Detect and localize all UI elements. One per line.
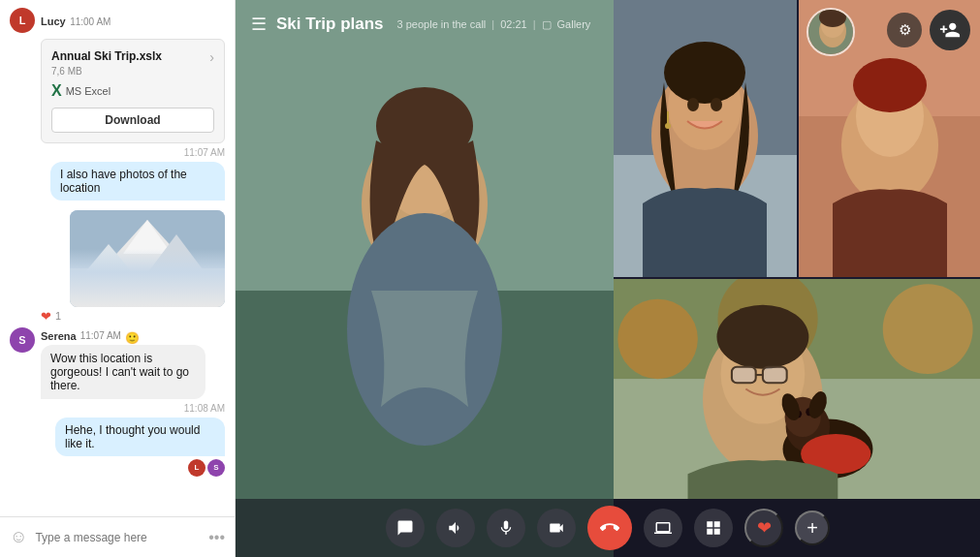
svg-point-28 bbox=[853, 58, 927, 112]
reaction-count: 1 bbox=[55, 310, 61, 322]
smiley-reaction-icon[interactable]: 🙂 bbox=[125, 331, 140, 345]
main-video-feed bbox=[236, 0, 614, 557]
bubble-hehe: Hehe, I thought you would like it. bbox=[55, 418, 225, 456]
svg-rect-43 bbox=[763, 367, 787, 384]
react-heart-button[interactable]: ❤ bbox=[744, 509, 783, 547]
call-duration: 02:21 bbox=[500, 18, 527, 30]
microphone-icon bbox=[497, 519, 515, 537]
timestamp-1107: 11:07 AM bbox=[10, 147, 225, 158]
more-options-button[interactable]: ••• bbox=[208, 529, 225, 546]
sender-name-lucy: Lucy bbox=[41, 15, 66, 27]
microphone-button[interactable] bbox=[487, 509, 525, 547]
receipt-avatar-1: L bbox=[188, 459, 205, 477]
mountain-svg bbox=[70, 210, 225, 307]
bottom-video-person bbox=[614, 279, 980, 499]
view-mode: Gallery bbox=[557, 18, 591, 30]
svg-point-18 bbox=[664, 42, 745, 104]
main-person-svg bbox=[236, 0, 614, 557]
chat-icon bbox=[396, 519, 414, 537]
video-call-panel: ☰ Ski Trip plans 3 people in the call | … bbox=[236, 0, 980, 557]
emoji-button[interactable]: ☺ bbox=[10, 527, 27, 547]
excel-icon: X bbox=[51, 82, 62, 100]
end-call-icon bbox=[600, 518, 619, 538]
file-name: Annual Ski Trip.xslx bbox=[51, 49, 209, 65]
end-call-button[interactable] bbox=[587, 506, 632, 550]
people-count: 3 people in the call bbox=[397, 18, 487, 30]
chat-messages: L Lucy 11:00 AM Annual Ski Trip.xslx 7,6… bbox=[0, 0, 235, 516]
message-time-lucy: 11:00 AM bbox=[70, 16, 111, 27]
video-controls-top: ⚙ bbox=[887, 10, 970, 50]
sender-name-serena: Serena bbox=[41, 330, 77, 342]
bubble-row-hehe: Hehe, I thought you would like it. L S bbox=[10, 418, 225, 477]
call-title: Ski Trip plans bbox=[276, 15, 384, 34]
camera-icon bbox=[548, 519, 565, 537]
settings-button[interactable]: ⚙ bbox=[887, 13, 922, 47]
svg-point-22 bbox=[665, 123, 671, 129]
file-type-row: X MS Excel bbox=[51, 82, 214, 100]
file-type-label: MS Excel bbox=[66, 85, 111, 97]
add-person-icon bbox=[939, 19, 961, 41]
camera-button[interactable] bbox=[537, 509, 576, 547]
bubble-sent-1: I also have photos of the location bbox=[50, 162, 225, 201]
download-button[interactable]: Download bbox=[51, 108, 214, 133]
avatar-lucy: L bbox=[10, 8, 35, 33]
call-meta: 3 people in the call | 02:21 | ▢ Gallery bbox=[397, 18, 591, 31]
mountain-image-row bbox=[10, 206, 225, 307]
serena-message-content: Serena 11:07 AM 🙂 Wow this location is g… bbox=[41, 327, 205, 399]
svg-marker-5 bbox=[84, 244, 133, 273]
file-size: 7,6 MB bbox=[51, 66, 209, 77]
hamburger-menu-icon[interactable]: ☰ bbox=[251, 14, 267, 35]
file-card: Annual Ski Trip.xslx 7,6 MB › X MS Excel… bbox=[41, 39, 225, 143]
svg-rect-1 bbox=[70, 268, 225, 307]
svg-point-36 bbox=[617, 299, 698, 380]
video-topbar: ☰ Ski Trip plans 3 people in the call | … bbox=[236, 0, 980, 48]
svg-point-19 bbox=[687, 98, 699, 111]
heart-reaction-icon[interactable]: ❤ bbox=[41, 309, 51, 324]
svg-rect-42 bbox=[732, 367, 756, 384]
video-bottombar: ❤ + bbox=[236, 499, 980, 557]
chat-input-area: ☺ ••• bbox=[0, 516, 235, 557]
message-header-lucy: L Lucy 11:00 AM bbox=[10, 8, 225, 33]
message-serena: S Serena 11:07 AM 🙂 Wow this location is… bbox=[10, 327, 225, 399]
gallery-icon bbox=[705, 519, 722, 537]
reaction-row: ❤ 1 bbox=[41, 309, 225, 324]
screen-share-button[interactable] bbox=[644, 509, 682, 547]
add-person-button[interactable] bbox=[930, 10, 970, 50]
more-controls-button[interactable]: + bbox=[795, 511, 830, 545]
bottom-person-svg bbox=[614, 279, 980, 499]
chat-panel: L Lucy 11:00 AM Annual Ski Trip.xslx 7,6… bbox=[0, 0, 236, 557]
volume-icon bbox=[447, 519, 464, 537]
message-time-serena: 11:07 AM bbox=[80, 330, 121, 341]
file-card-header: Annual Ski Trip.xslx 7,6 MB › bbox=[51, 49, 214, 77]
avatar-serena: S bbox=[10, 327, 35, 353]
svg-point-20 bbox=[711, 98, 722, 111]
mountain-image bbox=[70, 210, 225, 307]
svg-point-41 bbox=[716, 305, 808, 369]
read-receipts: L S bbox=[55, 459, 225, 477]
svg-point-37 bbox=[883, 284, 973, 374]
main-video-person bbox=[236, 0, 614, 557]
forward-icon[interactable]: › bbox=[209, 49, 214, 65]
chat-toggle-button[interactable] bbox=[386, 509, 425, 547]
receipt-avatar-2: S bbox=[207, 459, 225, 477]
file-info: Annual Ski Trip.xslx 7,6 MB bbox=[51, 49, 209, 77]
timestamp-1108: 11:08 AM bbox=[10, 403, 225, 414]
grid-video-bottom bbox=[614, 279, 980, 499]
volume-button[interactable] bbox=[436, 509, 475, 547]
serena-header: Serena 11:07 AM 🙂 bbox=[41, 327, 205, 345]
screen-share-icon bbox=[654, 519, 672, 537]
message-input[interactable] bbox=[35, 531, 201, 544]
bubble-received-serena: Wow this location is gorgeous! I can't w… bbox=[41, 345, 205, 399]
gallery-view-button[interactable] bbox=[694, 509, 733, 547]
bubble-row-sent-1: I also have photos of the location bbox=[10, 162, 225, 204]
